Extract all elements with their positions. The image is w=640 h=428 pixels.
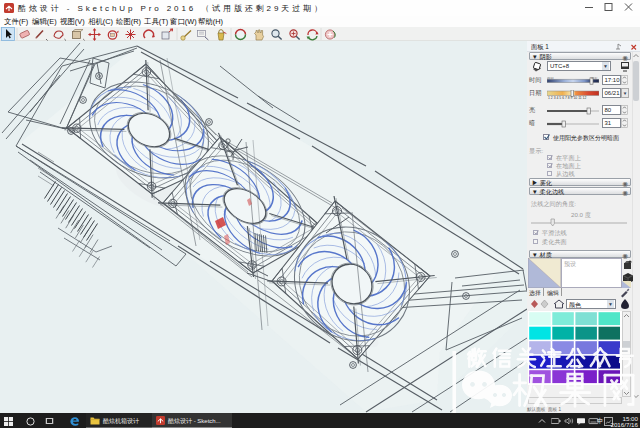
svg-text:18:37: 18:37	[591, 77, 598, 80]
svg-text:06:43: 06:43	[547, 77, 554, 80]
svg-text:1 2 3 4 5 6 7 8 9 10 11 12: 1 2 3 4 5 6 7 8 9 10 11 12	[548, 96, 587, 99]
